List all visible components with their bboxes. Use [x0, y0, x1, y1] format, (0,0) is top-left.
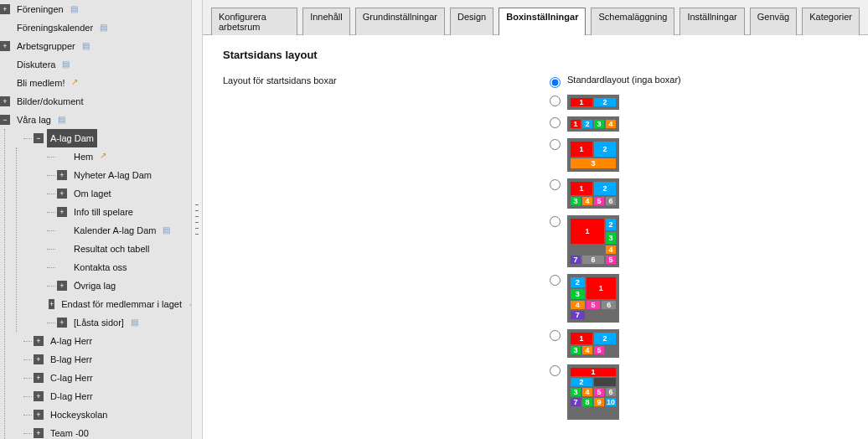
tree-item[interactable]: Föreningskalender — [13, 18, 96, 37]
layout-cell: 3 — [571, 388, 581, 396]
splitter-grip-icon — [195, 204, 199, 235]
layout-options: Standardlayout (inga boxar)1212341231234… — [550, 75, 848, 425]
expand-toggle[interactable] — [34, 354, 44, 364]
expand-toggle[interactable] — [34, 373, 44, 383]
tree-toggle-spacer — [0, 59, 10, 70]
layout-radio-l6[interactable] — [550, 275, 561, 286]
expand-toggle[interactable] — [57, 318, 67, 328]
tree-item[interactable]: Hockeyskolan — [47, 405, 111, 424]
layout-thumb-l5: 12345 — [567, 329, 619, 358]
layout-radio-l4[interactable] — [550, 117, 561, 128]
section-title: Startsidans layout — [223, 49, 848, 61]
layout-cell: 6 — [606, 388, 616, 396]
tree-item[interactable]: C-lag Herr — [47, 369, 96, 387]
tab-inneh-ll[interactable]: Innehåll — [302, 8, 350, 35]
tree-item[interactable]: B-lag Herr — [47, 350, 96, 369]
layout-radio-l2x3[interactable] — [550, 179, 561, 190]
layout-cell — [594, 378, 616, 386]
collapse-toggle[interactable] — [0, 115, 10, 125]
tab-konfigurera-arbetsrum[interactable]: Konfigurera arbetsrum — [211, 8, 297, 35]
tree-item[interactable]: Om laget — [70, 184, 115, 203]
tab-genv-g[interactable]: Genväg — [750, 8, 798, 35]
tab-grundinst-llningar[interactable]: Grundinställningar — [355, 8, 445, 35]
tab-boxinst-llningar[interactable]: Boxinställningar — [499, 8, 586, 35]
layout-cell: 10 — [606, 398, 616, 406]
layout-radio-l5[interactable] — [550, 330, 561, 341]
layout-option-label: Standardlayout (inga boxar) — [567, 75, 681, 85]
tab-schemal-ggning[interactable]: Schemaläggning — [591, 8, 674, 35]
layout-option-default: Standardlayout (inga boxar) — [550, 75, 848, 88]
tree-toggle-spacer — [57, 262, 67, 272]
layout-cell: 1 — [571, 219, 604, 244]
layout-cell: 2 — [571, 277, 585, 287]
tree-item[interactable]: Team -00 — [47, 424, 92, 439]
layout-cell: 3 — [594, 120, 604, 128]
collapse-toggle[interactable] — [34, 133, 44, 143]
expand-toggle[interactable] — [57, 170, 67, 180]
page-icon: ▤ — [163, 221, 170, 240]
expand-toggle[interactable] — [57, 189, 67, 199]
page-icon: ▤ — [70, 0, 78, 18]
tree-item[interactable]: Bilder/dokument — [13, 92, 87, 111]
expand-toggle[interactable] — [57, 281, 67, 291]
link-icon: ↗ — [189, 294, 191, 312]
page-icon: ▤ — [100, 18, 107, 37]
tab-kategorier[interactable]: Kategorier — [802, 8, 860, 35]
layout-cell: 4 — [582, 388, 592, 396]
layout-cell: 5 — [594, 197, 604, 205]
layout-cell: 1 — [586, 277, 616, 299]
expand-toggle[interactable] — [49, 299, 54, 309]
tab-panel-boxinstallningar: Startsidans layout Layout för startsidan… — [203, 35, 868, 439]
layout-radio-default[interactable] — [550, 77, 561, 88]
layout-cell: 7 — [571, 398, 581, 406]
layout-cell: 1 — [571, 98, 592, 106]
expand-toggle[interactable] — [34, 410, 44, 420]
main-panel: Konfigurera arbetsrumInnehållGrundinstäl… — [203, 0, 868, 439]
expand-toggle[interactable] — [34, 428, 44, 438]
layout-option-l2row: 123 — [550, 137, 848, 172]
tree-item[interactable]: Hem — [70, 147, 96, 166]
layout-radio-l10[interactable] — [550, 365, 561, 376]
link-icon: ↗ — [71, 73, 78, 91]
expand-toggle[interactable] — [57, 207, 67, 217]
layout-cell: 1 — [571, 333, 592, 344]
tree-toggle-spacer — [0, 23, 10, 33]
tree-item[interactable]: Våra lag — [13, 111, 54, 129]
tree-item[interactable]: [Låsta sidor] — [70, 313, 127, 332]
tab-design[interactable]: Design — [450, 8, 493, 35]
tab-bar: Konfigurera arbetsrumInnehållGrundinstäl… — [203, 0, 868, 35]
page-icon: ▤ — [58, 111, 65, 129]
layout-cell: 6 — [602, 301, 616, 309]
expand-toggle[interactable] — [0, 96, 10, 106]
tree-item[interactable]: Kalender A-lag Dam — [70, 221, 159, 240]
tree-toggle-spacer — [57, 152, 67, 162]
tree-item[interactable]: Info till spelare — [70, 203, 137, 221]
expand-toggle[interactable] — [0, 41, 10, 51]
tree-item[interactable]: Föreningen — [13, 0, 67, 18]
tree-item[interactable]: Arbetsgrupper — [13, 37, 79, 55]
tree-item[interactable]: Diskutera — [13, 55, 59, 74]
splitter[interactable] — [191, 0, 203, 439]
tree-item[interactable]: Kontakta oss — [70, 258, 131, 276]
layout-cell: 9 — [594, 398, 604, 406]
expand-toggle[interactable] — [0, 4, 10, 14]
layout-cell: 3 — [571, 346, 581, 354]
expand-toggle[interactable] — [34, 336, 44, 346]
tree-item[interactable]: Övriga lag — [70, 276, 119, 295]
tree-item[interactable]: A-lag Dam — [47, 129, 97, 147]
layout-radio-l2row[interactable] — [550, 139, 561, 150]
tree-item[interactable]: Nyheter A-lag Dam — [70, 166, 155, 184]
tree-item[interactable]: A-lag Herr — [47, 332, 96, 350]
tree-item[interactable]: Bli medlem! — [13, 74, 68, 92]
expand-toggle[interactable] — [34, 391, 44, 401]
layout-radio-l2[interactable] — [550, 96, 561, 106]
tab-inst-llningar[interactable]: Inställningar — [679, 8, 744, 35]
tree-item[interactable]: D-lag Herr — [47, 387, 96, 405]
layout-cell: 2 — [606, 219, 616, 230]
tree-item[interactable]: Resultat och tabell — [70, 240, 153, 258]
layout-option-l2: 12 — [550, 93, 848, 110]
tree-item[interactable]: Endast för medlemmar i laget — [58, 295, 185, 313]
layout-radio-l7[interactable] — [550, 216, 561, 227]
layout-thumb-l2: 12 — [567, 95, 619, 110]
link-icon: ↗ — [100, 147, 106, 165]
